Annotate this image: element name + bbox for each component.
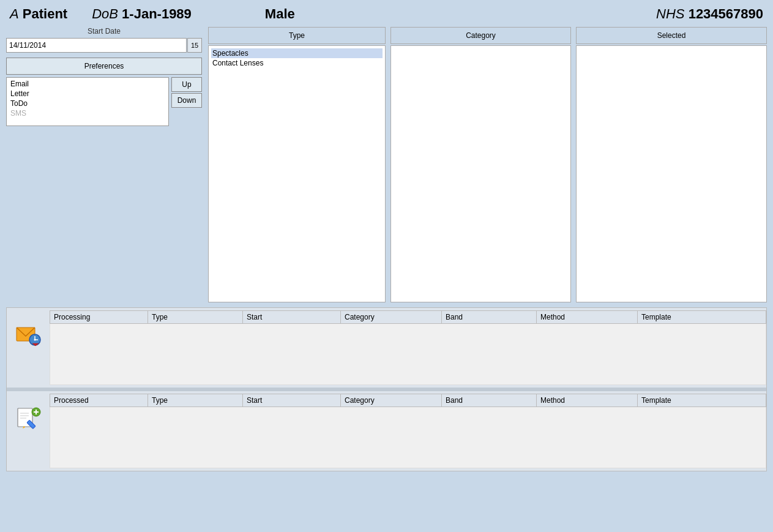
processing-table-container: Processing Type Start Category Band Meth… [50, 310, 766, 385]
envelope-clock-icon [15, 323, 41, 347]
selected-list[interactable] [576, 45, 767, 302]
dob-value: 1-Jan-1989 [122, 6, 192, 21]
processed-col-type: Type [148, 394, 243, 407]
processed-empty-row [50, 407, 766, 468]
processing-col-method: Method [537, 311, 638, 324]
left-panel: Start Date 15 Preferences EmailLetterToD… [6, 27, 208, 126]
nhs-label: NHS [656, 6, 684, 21]
table-divider [7, 388, 766, 391]
category-header: Category [390, 27, 571, 44]
gender-info: Male [265, 6, 295, 22]
processing-col-processing: Processing [50, 311, 148, 324]
patient-name: Patient [23, 6, 67, 21]
category-panel: Category [390, 27, 571, 302]
processed-row: Processed Type Start Category Band Metho… [7, 394, 766, 468]
pref-item-letter[interactable]: Letter [8, 89, 167, 99]
processed-col-category: Category [341, 394, 442, 407]
type-list-item[interactable]: Contact Lenses [211, 58, 383, 68]
preferences-button[interactable]: Preferences [6, 58, 202, 75]
up-down-buttons: Up Down [171, 77, 202, 108]
header: A Patient DoB 1-Jan-1989 Male NHS 123456… [0, 0, 773, 27]
processing-col-category: Category [341, 311, 442, 324]
processing-row: Processing Type Start Category Band Meth… [7, 310, 766, 385]
processing-col-band: Band [442, 311, 537, 324]
processed-col-processed: Processed [50, 394, 148, 407]
processed-col-template: Template [638, 394, 766, 407]
selected-panel: Selected [576, 27, 767, 302]
pref-item-sms[interactable]: SMS [8, 108, 167, 118]
processed-icon-col [7, 394, 50, 430]
selected-header: Selected [576, 27, 767, 44]
type-list[interactable]: SpectaclesContact Lenses [208, 45, 386, 302]
type-panel: Type SpectaclesContact Lenses [208, 27, 386, 302]
dob-info: DoB 1-Jan-1989 [92, 6, 192, 22]
calendar-button[interactable]: 15 [187, 38, 202, 53]
start-date-label: Start Date [6, 27, 202, 36]
main-area: Start Date 15 Preferences EmailLetterToD… [0, 27, 773, 478]
category-list[interactable] [390, 45, 571, 302]
top-section: Start Date 15 Preferences EmailLetterToD… [6, 27, 767, 302]
date-input-row: 15 [6, 38, 202, 53]
preferences-list[interactable]: EmailLetterToDoSMS [6, 77, 169, 126]
processed-col-method: Method [537, 394, 638, 407]
bottom-section: Processing Type Start Category Band Meth… [6, 307, 767, 471]
processed-table-container: Processed Type Start Category Band Metho… [50, 394, 766, 468]
processed-col-band: Band [442, 394, 537, 407]
processing-table: Processing Type Start Category Band Meth… [50, 310, 766, 385]
patient-prefix: A [10, 6, 19, 21]
processed-table: Processed Type Start Category Band Metho… [50, 394, 766, 468]
down-button[interactable]: Down [171, 93, 202, 108]
edit-add-icon [15, 406, 41, 430]
start-date-input[interactable] [6, 38, 187, 53]
type-header: Type [208, 27, 386, 44]
processing-col-type: Type [148, 311, 243, 324]
processing-icon-col [7, 310, 50, 347]
nhs-number: 1234567890 [689, 6, 763, 21]
up-button[interactable]: Up [171, 77, 202, 92]
preferences-list-area: EmailLetterToDoSMS Up Down [6, 77, 202, 126]
pref-item-todo[interactable]: ToDo [8, 99, 167, 108]
processing-empty-row [50, 324, 766, 385]
svg-point-4 [34, 339, 36, 341]
dob-label: DoB [92, 6, 118, 21]
pref-item-email[interactable]: Email [8, 79, 167, 89]
type-list-item[interactable]: Spectacles [211, 48, 383, 58]
processed-col-start: Start [243, 394, 341, 407]
nhs-info: NHS 1234567890 [656, 6, 763, 22]
processing-col-template: Template [638, 311, 766, 324]
processing-col-start: Start [243, 311, 341, 324]
patient-info: A Patient [10, 6, 67, 22]
